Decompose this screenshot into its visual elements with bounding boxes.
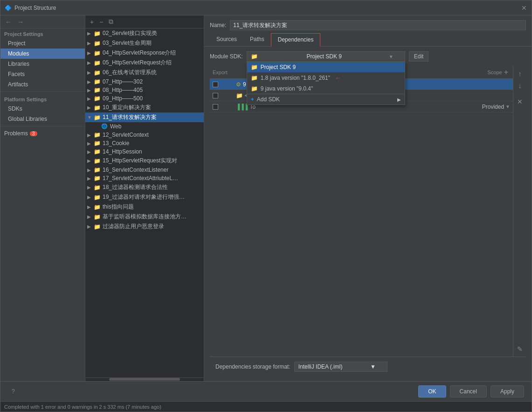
edit-dep-button[interactable]: ✎: [514, 343, 525, 355]
problems-badge: 3: [30, 131, 37, 136]
cancel-button[interactable]: Cancel: [450, 385, 487, 398]
export-checkbox[interactable]: [213, 82, 218, 87]
sidebar: ← → Project Settings Project Modules Lib…: [0, 15, 85, 381]
web-icon: 🌐: [101, 123, 109, 130]
sidebar-item-problems[interactable]: Problems 3: [0, 128, 85, 139]
folder-icon: 📁: [94, 50, 101, 56]
sidebar-item-modules[interactable]: Modules: [0, 49, 85, 59]
dep-export-checkbox-module[interactable]: [213, 93, 236, 98]
folder-icon: 📁: [94, 140, 101, 147]
back-button[interactable]: ←: [3, 18, 14, 26]
sdk-option-java-9[interactable]: 📁 9 java version "9.0.4": [247, 84, 405, 94]
tree-item-12[interactable]: ▶ 📁 12_ServletContext: [85, 131, 204, 139]
tab-sources[interactable]: Sources: [210, 33, 243, 46]
sdk-option-project-sdk-9[interactable]: 📁 Project SDK 9: [247, 62, 405, 72]
dep-scope-tomcat[interactable]: Provided ▼: [463, 104, 510, 110]
sidebar-item-libraries[interactable]: Libraries: [0, 59, 85, 69]
chevron-down-icon: ▼: [505, 104, 510, 109]
tree-toolbar: + − ⧉: [85, 15, 204, 28]
sdk-dropdown-menu: 📁 Project SDK 9 📁 1.8 java version "1.8.…: [247, 62, 405, 105]
tree-item-monitor[interactable]: ▶ 📁 基于监听器模拟数据库连接池方…: [85, 212, 204, 222]
dep-export-checkbox-jdk[interactable]: [213, 82, 236, 87]
tree-item-13[interactable]: ▶ 📁 13_Cookie: [85, 139, 204, 147]
platform-settings-section-label: Platform Settings: [0, 94, 85, 104]
tree-item-18[interactable]: ▶ 📁 18_过滤器检测请求合法性: [85, 182, 204, 192]
sidebar-item-facets[interactable]: Facets: [0, 69, 85, 79]
sidebar-item-artifacts[interactable]: Artifacts: [0, 79, 85, 90]
folder-icon: 📁: [94, 175, 101, 182]
deps-main: Export Scope +: [210, 66, 513, 356]
tree-item-11[interactable]: ▼ 📁 11_请求转发解决方案: [85, 112, 204, 122]
add-module-button[interactable]: +: [88, 18, 96, 26]
tree-item-07[interactable]: ▶ 📁 07_Http——302: [85, 77, 204, 86]
tree-item-14[interactable]: ▶ 📁 14_HttpSession: [85, 147, 204, 156]
tree-arrow-icon: ▶: [87, 41, 94, 46]
dep-bar-icon: ▐▐▐: [236, 104, 248, 110]
tab-paths[interactable]: Paths: [243, 33, 271, 46]
tree-horizontal-scrollbar[interactable]: [85, 377, 204, 381]
tree-arrow-icon: ▶: [87, 96, 94, 101]
folder-icon: 📁: [94, 30, 101, 37]
close-button[interactable]: ✕: [520, 4, 528, 12]
folder-icon: 📁: [94, 95, 101, 102]
tree-arrow-icon: ▶: [87, 195, 94, 200]
help-button[interactable]: ?: [8, 386, 19, 397]
sdk-dropdown-wrapper: 📁 Project SDK 9 ▼ 📁 Project SDK 9 📁: [247, 51, 405, 62]
sdk-dropdown[interactable]: 📁 Project SDK 9 ▼: [247, 51, 405, 62]
edit-sdk-button[interactable]: Edit: [409, 51, 429, 62]
chevron-down-icon: ▼: [370, 363, 376, 370]
project-structure-dialog: 🔷 Project Structure ✕ ← → Project Settin…: [0, 0, 532, 412]
export-checkbox[interactable]: [213, 93, 218, 98]
tree-item-02[interactable]: ▶ 📁 02_Servlet接口实现类: [85, 28, 204, 38]
tree-item-08[interactable]: ▶ 📁 08_Http——405: [85, 86, 204, 94]
export-checkbox[interactable]: [213, 104, 218, 110]
tree-arrow-icon: ▶: [87, 214, 94, 219]
sdk-selected-text: Project SDK 9: [307, 53, 342, 60]
name-input[interactable]: [230, 20, 526, 30]
move-up-button[interactable]: ↑: [514, 68, 525, 79]
dep-module-icon: ⚙: [236, 81, 241, 88]
sdk-option-java-18[interactable]: 📁 1.8 java version "1.8.0_261" ←: [247, 72, 405, 84]
name-row: Name:: [204, 15, 532, 33]
tree-item-19[interactable]: ▶ 📁 19_过滤器对请求对象进行增强…: [85, 192, 204, 202]
folder-icon: 📁: [94, 194, 101, 201]
add-sdk-option[interactable]: + Add SDK ▶: [247, 94, 405, 105]
tree-item-filter[interactable]: ▶ 📁 过滤器防止用户恶意登录: [85, 222, 204, 231]
sidebar-item-global-libraries[interactable]: Global Libraries: [0, 114, 85, 124]
storage-format-dropdown[interactable]: IntelliJ IDEA (.iml) ▼: [294, 362, 387, 372]
tree-item-05[interactable]: ▶ 📁 05_HttpServletRequest介绍: [85, 58, 204, 68]
app-icon: 🔷: [4, 4, 12, 12]
tree-item-this[interactable]: ▶ 📁 this指向问题: [85, 202, 204, 212]
move-down-button[interactable]: ↓: [514, 80, 525, 91]
remove-module-button[interactable]: −: [97, 18, 105, 26]
project-settings-section-label: Project Settings: [0, 28, 85, 38]
tree-item-03[interactable]: ▶ 📁 03_Servlet生命周期: [85, 38, 204, 48]
module-tree-scroll[interactable]: ▶ 📁 02_Servlet接口实现类 ▶ 📁 03_Servlet生命周期 ▶…: [85, 28, 204, 377]
tree-item-10[interactable]: ▶ 📁 10_重定向解决方案: [85, 103, 204, 112]
tree-item-09[interactable]: ▶ 📁 09_Http——500: [85, 94, 204, 103]
tree-arrow-icon: ▶: [87, 185, 94, 190]
dep-export-checkbox-tomcat[interactable]: [213, 104, 236, 110]
tree-item-17[interactable]: ▶ 📁 17_ServletContextAttriubteL…: [85, 174, 204, 182]
storage-format-label: Dependencies storage format:: [215, 363, 290, 370]
tree-item-16[interactable]: ▶ 📁 16_ServletContextListener: [85, 166, 204, 174]
tree-item-06[interactable]: ▶ 📁 06_在线考试管理系统: [85, 68, 204, 77]
tree-item-04[interactable]: ▶ 📁 04_HttpServletResponse介绍: [85, 48, 204, 58]
tree-item-15[interactable]: ▶ 📁 15_HttpServletRequest实现对: [85, 156, 204, 166]
sidebar-item-sdks[interactable]: SDKs: [0, 104, 85, 114]
ok-button[interactable]: OK: [418, 385, 446, 398]
tree-arrow-icon: ▶: [87, 105, 94, 110]
remove-dep-button[interactable]: ✕: [514, 96, 525, 107]
dependencies-content: Module SDK: 📁 Project SDK 9 ▼ 📁 Project …: [204, 47, 532, 381]
tree-item-11-web[interactable]: 🌐 Web: [85, 122, 204, 131]
forward-button[interactable]: →: [15, 18, 26, 26]
sidebar-nav: ← →: [0, 15, 85, 28]
sidebar-item-project[interactable]: Project: [0, 38, 85, 49]
apply-button[interactable]: Apply: [491, 385, 524, 398]
plus-icon: +: [251, 96, 254, 103]
copy-module-button[interactable]: ⧉: [107, 18, 115, 26]
tree-arrow-icon: ▶: [87, 149, 94, 154]
tab-dependencies[interactable]: Dependencies: [271, 33, 321, 47]
add-dependency-button[interactable]: +: [502, 68, 510, 77]
folder-icon: 📁: [94, 148, 101, 155]
